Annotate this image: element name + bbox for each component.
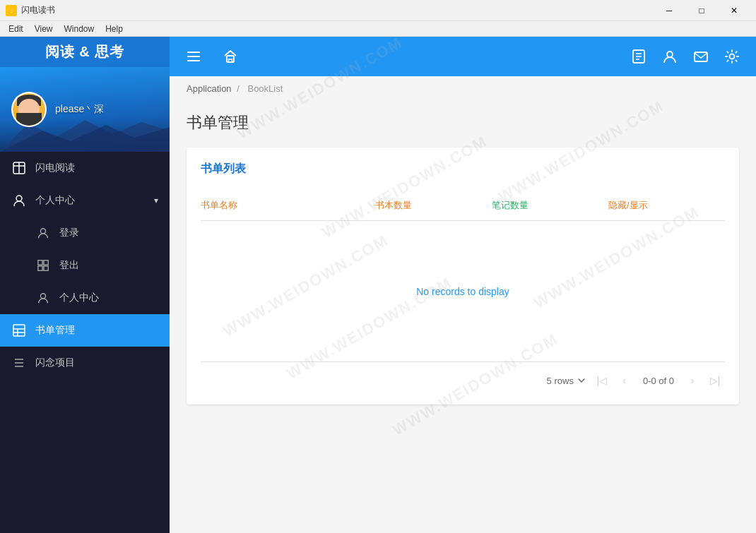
sidebar-item-personal-center[interactable]: 个人中心 ▾ xyxy=(0,184,170,217)
breadcrumb-application[interactable]: Application xyxy=(187,83,232,94)
main-content: Application / BookList 书单管理 书单列表 书单名称 书本… xyxy=(170,37,756,533)
settings-button[interactable] xyxy=(719,44,745,69)
rows-label: 5 rows xyxy=(547,376,574,386)
book-icon xyxy=(11,160,27,176)
svg-point-32 xyxy=(730,54,735,59)
menu-edit[interactable]: Edit xyxy=(3,21,29,37)
sidebar-item-logout[interactable]: 登出 xyxy=(0,249,170,282)
chevron-down-icon: ▾ xyxy=(154,196,158,205)
app-icon: ⚡ xyxy=(6,5,17,16)
page-info: 0-0 of 0 xyxy=(637,376,680,386)
rows-per-page-select[interactable]: 5 rows xyxy=(547,376,586,386)
last-page-button[interactable]: ▷| xyxy=(705,371,725,390)
booklist-card: 书单列表 书单名称 书本数量 笔记数量 隐藏/显示 No records to … xyxy=(187,148,739,405)
sidebar-item-profile[interactable]: 个人中心 xyxy=(0,282,170,314)
svg-rect-25 xyxy=(229,59,232,62)
mail-button[interactable] xyxy=(688,44,714,69)
pagination: |◁ ‹ 0-0 of 0 › ▷| xyxy=(592,371,725,390)
empty-message: No records to display xyxy=(416,286,509,297)
prev-page-button[interactable]: ‹ xyxy=(615,371,634,390)
table-body: No records to display xyxy=(201,221,725,362)
svg-rect-31 xyxy=(695,52,707,61)
titlebar: ⚡ 闪电读书 ─ □ ✕ xyxy=(0,0,756,21)
sidebar-label-flash-read: 闪电阅读 xyxy=(35,162,75,174)
person-outline-icon xyxy=(35,225,51,241)
sidebar-app-title: 阅读 & 思考 xyxy=(0,37,170,67)
dropdown-icon xyxy=(577,376,586,385)
svg-point-8 xyxy=(40,229,45,234)
menu-toggle-button[interactable] xyxy=(181,44,206,69)
topbar xyxy=(170,37,756,76)
column-header-visibility: 隐藏/显示 xyxy=(608,199,725,212)
menubar: Edit View Window Help xyxy=(0,21,756,37)
account-button[interactable] xyxy=(657,44,683,69)
sidebar-label-flash-items: 闪念项目 xyxy=(35,357,75,369)
minimize-button[interactable]: ─ xyxy=(653,0,685,21)
topbar-actions xyxy=(626,44,745,69)
column-header-name: 书单名称 xyxy=(201,199,375,212)
svg-rect-10 xyxy=(44,260,48,265)
breadcrumb: Application / BookList xyxy=(170,76,756,101)
breadcrumb-booklist: BookList xyxy=(247,83,283,94)
menu-window[interactable]: Window xyxy=(58,21,100,37)
breadcrumb-separator: / xyxy=(237,83,242,94)
close-button[interactable]: ✕ xyxy=(718,0,750,21)
sidebar-label-logout: 登出 xyxy=(59,259,79,272)
sidebar-item-login[interactable]: 登录 xyxy=(0,217,170,249)
sidebar-label-personal-center: 个人中心 xyxy=(35,194,75,207)
content-area: 书单管理 书单列表 书单名称 书本数量 笔记数量 隐藏/显示 No record… xyxy=(170,101,756,533)
grid-icon xyxy=(35,258,51,273)
menu-view[interactable]: View xyxy=(29,21,59,37)
book-action-button[interactable] xyxy=(626,44,651,69)
app-body: 阅读 & 思考 please丶深 闪电阅读 xyxy=(0,37,756,533)
first-page-button[interactable]: |◁ xyxy=(592,371,612,390)
sidebar-label-login: 登录 xyxy=(59,227,79,239)
sidebar-item-flash-items[interactable]: 闪念项目 xyxy=(0,347,170,379)
table-footer: 5 rows |◁ ‹ 0-0 of 0 › ▷| xyxy=(201,362,725,390)
maximize-button[interactable]: □ xyxy=(685,0,718,21)
svg-point-7 xyxy=(16,196,22,201)
svg-point-13 xyxy=(40,294,45,299)
avatar xyxy=(11,92,47,127)
svg-rect-9 xyxy=(38,260,42,265)
card-title: 书单列表 xyxy=(201,162,725,179)
svg-point-30 xyxy=(667,52,673,57)
column-header-book-count: 书本数量 xyxy=(375,199,492,212)
list-icon xyxy=(11,355,27,371)
sidebar-label-booklist-mgmt: 书单管理 xyxy=(35,324,75,337)
person2-icon xyxy=(35,290,51,306)
column-header-note-count: 笔记数量 xyxy=(492,199,608,212)
sidebar-header: please丶深 xyxy=(0,67,170,152)
menu-help[interactable]: Help xyxy=(100,21,129,37)
person-icon xyxy=(11,193,27,208)
window-controls: ─ □ ✕ xyxy=(653,0,750,21)
table-header: 书单名称 书本数量 笔记数量 隐藏/显示 xyxy=(201,193,725,221)
sidebar-label-profile: 个人中心 xyxy=(59,292,99,304)
sidebar: 阅读 & 思考 please丶深 闪电阅读 xyxy=(0,37,170,533)
sidebar-item-booklist-mgmt[interactable]: 书单管理 xyxy=(0,314,170,347)
home-button[interactable] xyxy=(218,44,243,69)
page-title: 书单管理 xyxy=(187,101,739,148)
app-title: 闪电读书 xyxy=(21,4,653,16)
svg-rect-12 xyxy=(44,266,48,270)
table-icon xyxy=(11,323,27,338)
sidebar-username: please丶深 xyxy=(55,103,104,116)
next-page-button[interactable]: › xyxy=(683,371,702,390)
svg-text:⚡: ⚡ xyxy=(8,6,17,16)
svg-rect-11 xyxy=(38,266,42,270)
sidebar-item-flash-read[interactable]: 闪电阅读 xyxy=(0,152,170,184)
svg-rect-14 xyxy=(13,325,25,336)
